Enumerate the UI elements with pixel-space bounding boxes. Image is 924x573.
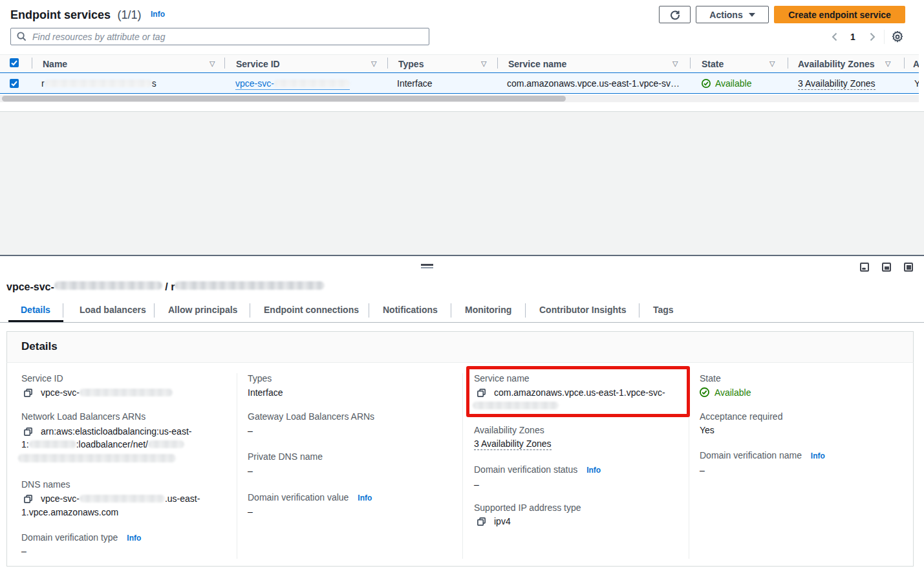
info-link[interactable]: Info <box>358 493 372 503</box>
panel-expand-icon[interactable] <box>904 263 913 272</box>
status-available-icon <box>700 387 709 400</box>
panel-position-side-icon[interactable] <box>882 263 891 272</box>
endpoint-services-page: Endpoint services (1/1) Info Actions Cre… <box>0 0 924 573</box>
info-link[interactable]: Info <box>127 534 141 543</box>
horizontal-scrollbar-thumb[interactable] <box>2 96 566 102</box>
tab-notifications[interactable]: Notifications <box>383 304 438 316</box>
sort-icon-availability-zones[interactable]: ▽ <box>885 59 890 68</box>
state-text: Available <box>715 78 752 89</box>
refresh-button[interactable] <box>659 6 691 23</box>
row-checkbox[interactable] <box>10 79 19 88</box>
caret-down-icon <box>749 13 755 17</box>
column-header-name[interactable]: Name <box>43 58 67 70</box>
state-text: Available <box>714 387 751 398</box>
cell-types: Interface <box>397 78 432 89</box>
pagination-next-button[interactable] <box>867 32 877 42</box>
tab-details[interactable]: Details <box>21 304 50 316</box>
check-icon <box>10 80 18 87</box>
copy-icon[interactable] <box>23 494 33 504</box>
tab-contributor-insights[interactable]: Contributor Insights <box>539 304 627 316</box>
redacted-service-id <box>274 80 350 87</box>
column-header-state[interactable]: State <box>702 58 724 70</box>
details-column-divider <box>462 373 463 559</box>
check-icon <box>10 59 18 67</box>
column-divider <box>497 58 498 69</box>
pagination-prev-button[interactable] <box>830 32 840 42</box>
select-all-checkbox[interactable] <box>10 58 19 67</box>
field-value-domain-verification-name: – <box>700 464 705 476</box>
field-label-service-name: Service name <box>474 373 530 384</box>
resource-count: (1/1) <box>118 8 142 21</box>
copy-icon[interactable] <box>23 388 33 398</box>
tab-allow-principals[interactable]: Allow principals <box>168 304 237 316</box>
sort-icon-state[interactable]: ▽ <box>769 59 775 68</box>
field-label-availability-zones: Availability Zones <box>474 424 544 436</box>
sort-icon-service-name[interactable]: ▽ <box>672 59 678 68</box>
column-header-acceptance[interactable]: A <box>913 58 919 70</box>
column-divider <box>224 58 225 69</box>
table-settings-gear-icon[interactable] <box>892 31 903 43</box>
create-endpoint-service-button[interactable]: Create endpoint service <box>774 6 905 23</box>
field-label-nlb-arns: Network Load Balancers ARNs <box>21 411 145 422</box>
split-panel-title: vpce-svc- / r <box>6 281 325 293</box>
field-value-nlb-arn-line1: arn:aws:elasticloadbalancing:us-east- <box>41 426 191 437</box>
tab-divider <box>63 303 63 318</box>
tab-load-balancers[interactable]: Load balancers <box>80 304 146 316</box>
copy-icon[interactable] <box>477 517 486 526</box>
tab-monitoring[interactable]: Monitoring <box>465 304 511 316</box>
search-icon <box>17 32 27 41</box>
panel-position-bottom-icon[interactable] <box>860 263 869 272</box>
page-title-text: Endpoint services <box>10 8 111 21</box>
tab-tags[interactable]: Tags <box>653 304 674 316</box>
field-value-domain-verification-value: – <box>248 506 253 517</box>
cell-acceptance: Y <box>914 78 919 89</box>
info-link[interactable]: Info <box>151 10 165 19</box>
tab-divider <box>369 303 369 318</box>
tab-endpoint-connections[interactable]: Endpoint connections <box>264 304 359 316</box>
pagination-divider <box>884 30 885 44</box>
search-input[interactable] <box>32 32 429 42</box>
field-value-dns-line2: 1.vpce.amazonaws.com <box>21 506 118 518</box>
sort-icon-types[interactable]: ▽ <box>481 59 486 68</box>
field-value-nlb-arn-line3 <box>18 453 176 464</box>
field-value-glb-arns: – <box>248 425 253 437</box>
info-link[interactable]: Info <box>586 466 601 475</box>
pagination-current-page[interactable]: 1 <box>849 32 857 42</box>
actions-button-label: Actions <box>709 10 742 20</box>
sort-icon-name[interactable]: ▽ <box>210 59 215 68</box>
info-link[interactable]: Info <box>811 451 825 460</box>
column-header-service-id[interactable]: Service ID <box>236 58 280 70</box>
redacted-service-name <box>473 402 559 409</box>
availability-zones-trigger[interactable]: 3 Availability Zones <box>798 78 876 90</box>
field-label-domain-verification-status: Domain verification status Info <box>474 464 601 476</box>
active-tab-underline <box>8 320 63 322</box>
tab-divider <box>639 303 639 318</box>
field-value-dns-line1: vpce-svc-.us-east- <box>41 493 200 504</box>
field-label-acceptance-required: Acceptance required <box>700 411 782 422</box>
field-value-state: Available <box>700 387 751 400</box>
column-header-types[interactable]: Types <box>398 58 424 70</box>
refresh-icon <box>670 10 680 20</box>
service-id-link[interactable]: vpce-svc- <box>235 78 350 90</box>
field-label-state: State <box>700 373 721 384</box>
field-value-private-dns-name: – <box>248 465 253 477</box>
field-value-domain-verification-type: – <box>21 545 27 557</box>
column-header-availability-zones[interactable]: Availability Zones <box>798 58 875 70</box>
field-label-domain-verification-type: Domain verification type Info <box>21 532 141 544</box>
availability-zones-trigger[interactable]: 3 Availability Zones <box>474 438 552 450</box>
field-value-acceptance-required: Yes <box>700 424 714 436</box>
split-panel-drag-handle[interactable] <box>421 263 433 268</box>
field-label-domain-verification-value: Domain verification value Info <box>248 492 372 504</box>
column-header-service-name[interactable]: Service name <box>508 58 566 70</box>
details-column-divider <box>689 373 689 559</box>
redacted-name <box>45 80 152 87</box>
redacted-dns <box>80 495 165 503</box>
sort-icon-service-id[interactable]: ▽ <box>371 59 376 68</box>
redacted-panel-name <box>175 281 325 290</box>
tab-divider <box>525 303 526 318</box>
actions-button[interactable]: Actions <box>696 6 769 23</box>
copy-icon[interactable] <box>477 388 486 398</box>
column-divider <box>690 58 691 69</box>
field-label-private-dns-name: Private DNS name <box>248 451 323 462</box>
copy-icon[interactable] <box>23 427 33 437</box>
